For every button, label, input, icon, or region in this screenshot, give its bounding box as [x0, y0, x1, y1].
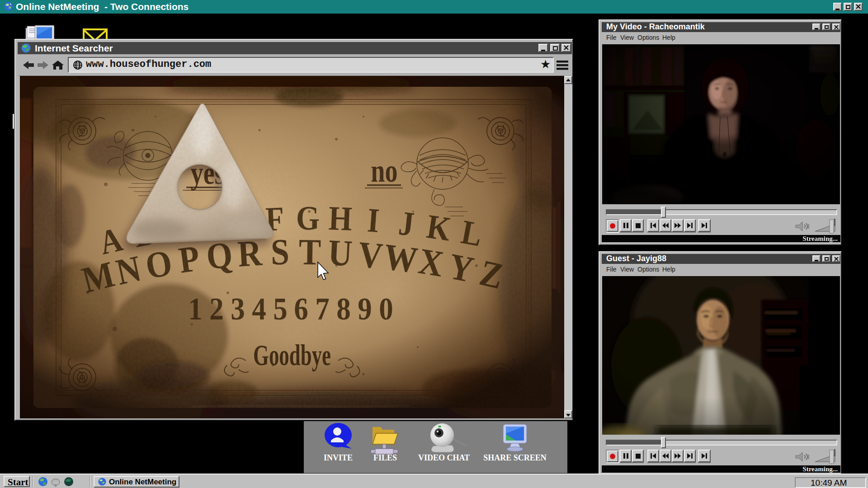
svg-text:SHARE SCREEN: SHARE SCREEN [483, 453, 547, 462]
svg-text:VIDEO CHAT: VIDEO CHAT [418, 453, 470, 462]
svg-text:INVITE: INVITE [324, 453, 353, 462]
svg-text:FILES: FILES [373, 453, 397, 462]
